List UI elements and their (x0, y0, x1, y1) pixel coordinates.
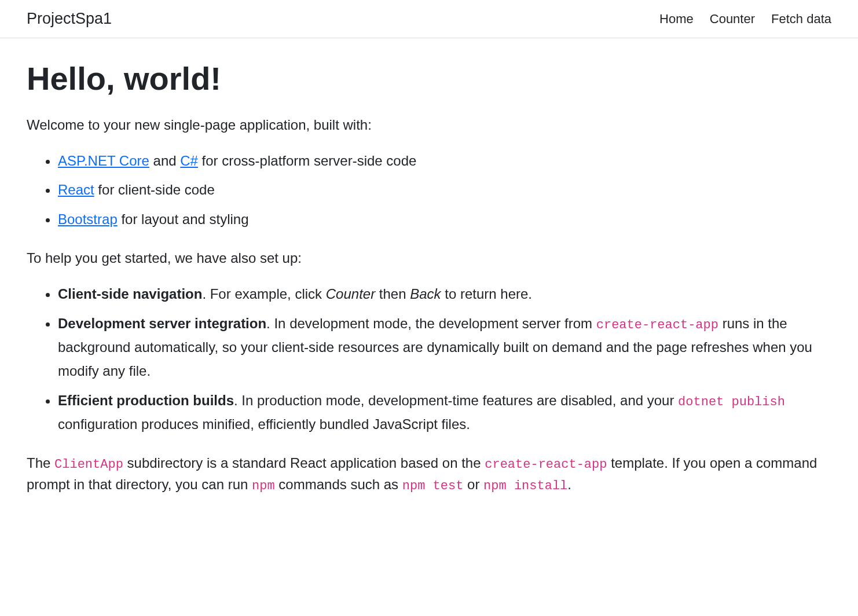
text: for layout and styling (118, 211, 249, 227)
footer-paragraph: The ClientApp subdirectory is a standard… (27, 453, 831, 496)
nav-link-fetch-data[interactable]: Fetch data (771, 12, 831, 26)
text: then (375, 286, 410, 302)
list-item: Bootstrap for layout and styling (58, 208, 831, 232)
list-item: ASP.NET Core and C# for cross-platform s… (58, 149, 831, 173)
text: subdirectory is a standard React applica… (123, 455, 485, 471)
code-text: create-react-app (596, 318, 718, 332)
code-text: dotnet publish (678, 395, 785, 409)
setup-intro-text: To help you get started, we have also se… (27, 248, 831, 269)
page-title: Hello, world! (27, 54, 831, 103)
navbar-nav: Home Counter Fetch data (659, 9, 831, 28)
code-text: npm install (483, 479, 567, 493)
code-text: ClientApp (54, 457, 123, 472)
bold-text: Efficient production builds (58, 393, 234, 408)
text: The (27, 455, 54, 471)
bold-text: Development server integration (58, 316, 266, 331)
em-text: Counter (326, 286, 375, 302)
text: . In production mode, development-time f… (234, 393, 678, 408)
em-text: Back (410, 286, 441, 302)
tech-list: ASP.NET Core and C# for cross-platform s… (27, 149, 831, 232)
nav-link-home[interactable]: Home (659, 12, 694, 26)
text: and (149, 153, 180, 168)
text: to return here. (441, 286, 532, 302)
code-text: npm test (402, 479, 464, 493)
link-aspnet-core[interactable]: ASP.NET Core (58, 153, 149, 168)
list-item: React for client-side code (58, 178, 831, 202)
text: . (567, 476, 571, 492)
text: . For example, click (202, 286, 325, 302)
bold-text: Client-side navigation (58, 286, 202, 302)
text: for client-side code (94, 182, 215, 197)
link-csharp[interactable]: C# (180, 153, 198, 168)
welcome-text: Welcome to your new single-page applicat… (27, 115, 831, 135)
code-text: create-react-app (485, 457, 607, 472)
text: for cross-platform server-side code (198, 153, 416, 168)
text: configuration produces minified, efficie… (58, 416, 470, 432)
link-bootstrap[interactable]: Bootstrap (58, 211, 118, 227)
list-item: Efficient production builds. In producti… (58, 389, 831, 437)
code-text: npm (252, 479, 275, 493)
text: commands such as (275, 476, 402, 492)
link-react[interactable]: React (58, 182, 94, 197)
nav-link-counter[interactable]: Counter (710, 12, 755, 26)
list-item: Client-side navigation. For example, cli… (58, 283, 831, 306)
text: . In development mode, the development s… (266, 316, 596, 331)
navbar: ProjectSpa1 Home Counter Fetch data (0, 0, 858, 38)
main-container: Hello, world! Welcome to your new single… (0, 38, 858, 526)
navbar-brand[interactable]: ProjectSpa1 (27, 7, 112, 31)
text: or (463, 476, 483, 492)
setup-list: Client-side navigation. For example, cli… (27, 283, 831, 437)
list-item: Development server integration. In devel… (58, 312, 831, 383)
